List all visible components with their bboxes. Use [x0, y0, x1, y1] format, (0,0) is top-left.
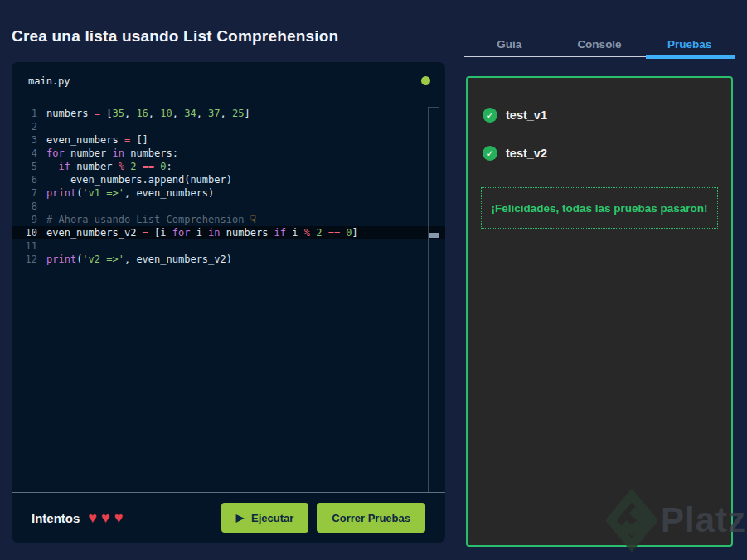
editor-footer: Intentos ♥♥♥ ▶ Ejecutar Correr Pruebas [12, 493, 445, 543]
code-line-text: numbers = [35, 16, 10, 34, 37, 25] [46, 107, 445, 120]
code-lines: 1numbers = [35, 16, 10, 34, 37, 25]23eve… [12, 107, 445, 266]
scrollbar-thumb[interactable] [429, 233, 439, 238]
code-line-text: for number in numbers: [46, 147, 445, 160]
code-line[interactable]: 2 [12, 120, 445, 133]
run-tests-button-label: Correr Pruebas [332, 512, 410, 524]
code-line[interactable]: 11 [12, 239, 445, 253]
editor-header: main.py [12, 62, 445, 99]
run-button[interactable]: ▶ Ejecutar [221, 503, 309, 533]
code-line[interactable]: 3even_numbers = [] [12, 133, 445, 147]
code-line[interactable]: 8 [12, 200, 445, 213]
success-message: ¡Felicidades, todas las pruebas pasaron! [491, 202, 707, 215]
code-line-text: print('v2 =>', even_numbers_v2) [46, 253, 445, 266]
attempts-label: Intentos [32, 511, 80, 525]
heart-icon: ♥ [101, 510, 110, 525]
tests-results-panel: ✓test_v1✓test_v2 ¡Felicidades, todas las… [466, 76, 733, 547]
code-line-text: even_numbers_v2 = [i for i in numbers if… [46, 226, 445, 239]
code-line[interactable]: 9# Ahora usando List Comprehension ☟ [12, 213, 445, 226]
run-button-label: Ejecutar [251, 512, 293, 524]
line-number: 11 [12, 239, 46, 253]
code-line-text [46, 239, 445, 253]
tab-gua[interactable]: Guía [464, 32, 555, 56]
check-circle-icon: ✓ [483, 108, 497, 123]
tab-console[interactable]: Console [555, 32, 645, 56]
line-number: 9 [12, 213, 46, 226]
code-line-text [46, 120, 445, 133]
code-line-text [46, 200, 445, 213]
line-number: 2 [12, 120, 46, 133]
heart-icon: ♥ [114, 510, 124, 525]
editor-panel: main.py 1numbers = [35, 16, 10, 34, 37, … [12, 62, 445, 543]
page-title: Crea una lista usando List Comprehension [12, 27, 338, 46]
line-number: 8 [12, 200, 46, 213]
line-number: 4 [12, 147, 46, 160]
code-line[interactable]: 7print('v1 =>', even_numbers) [12, 186, 445, 200]
line-number: 5 [12, 160, 46, 173]
code-line-text: even_numbers.append(number) [46, 173, 445, 186]
run-tests-button[interactable]: Correr Pruebas [317, 503, 425, 533]
app-window: Crea una lista usando List Comprehension… [0, 0, 747, 560]
line-number: 3 [12, 133, 46, 147]
test-result-row[interactable]: ✓test_v2 [483, 146, 731, 161]
attempts-hearts: ♥♥♥ [88, 510, 123, 525]
code-line-text: if number % 2 == 0: [46, 160, 445, 173]
code-line[interactable]: 4for number in numbers: [12, 147, 445, 160]
code-line[interactable]: 12print('v2 =>', even_numbers_v2) [12, 253, 445, 266]
line-number: 1 [12, 107, 46, 120]
unsaved-status-dot-icon [421, 76, 430, 85]
success-message-box: ¡Felicidades, todas las pruebas pasaron! [481, 187, 718, 229]
tab-pruebas[interactable]: Pruebas [644, 32, 735, 56]
test-rows: ✓test_v1✓test_v2 [468, 108, 731, 161]
editor-filename-tab[interactable]: main.py [28, 75, 70, 87]
check-circle-icon: ✓ [483, 146, 497, 161]
code-line-text: # Ahora usando List Comprehension ☟ [46, 213, 445, 226]
code-line-text: print('v1 =>', even_numbers) [46, 186, 445, 200]
play-icon: ▶ [236, 513, 244, 523]
code-line[interactable]: 1numbers = [35, 16, 10, 34, 37, 25] [12, 107, 445, 120]
test-name: test_v2 [506, 147, 547, 160]
code-editor[interactable]: 1numbers = [35, 16, 10, 34, 37, 25]23eve… [12, 99, 445, 493]
code-line[interactable]: 6 even_numbers.append(number) [12, 173, 445, 186]
test-name: test_v1 [506, 109, 547, 122]
line-number: 7 [12, 186, 46, 200]
heart-icon: ♥ [88, 510, 97, 525]
line-number: 12 [12, 253, 46, 266]
code-line[interactable]: 10even_numbers_v2 = [i for i in numbers … [12, 226, 445, 239]
right-panel-tabs: GuíaConsolePruebas [464, 32, 735, 57]
code-line-text: even_numbers = [] [46, 133, 445, 147]
line-number: 6 [12, 173, 46, 186]
editor-vertical-scrollbar[interactable] [428, 107, 439, 492]
code-line[interactable]: 5 if number % 2 == 0: [12, 160, 445, 173]
line-number: 10 [12, 226, 46, 239]
test-result-row[interactable]: ✓test_v1 [483, 108, 731, 123]
